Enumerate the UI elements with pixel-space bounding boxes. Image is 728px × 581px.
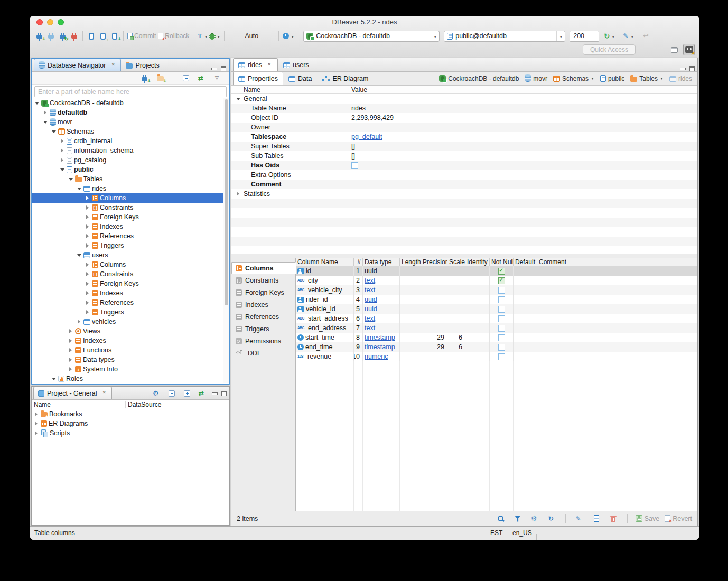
checkbox-icon[interactable] (498, 277, 505, 284)
tree-item-indexes[interactable]: Indexes (32, 222, 229, 231)
tree-item-vehicles[interactable]: vehicles (32, 317, 229, 326)
quick-access-field[interactable]: Quick Access (583, 44, 636, 55)
data-type-link[interactable]: uuid (365, 296, 377, 303)
tree-item-rides[interactable]: rides (32, 184, 229, 193)
tree-toggle-icon[interactable] (68, 357, 74, 363)
subtab-properties[interactable]: Properties (233, 72, 283, 85)
connection-selector-arrow[interactable] (431, 31, 439, 41)
tree-toggle-icon[interactable] (77, 186, 82, 192)
property-row-super-tables[interactable]: Super Tables[] (231, 142, 697, 151)
new-connection-button[interactable]: + (33, 30, 45, 42)
grid-header-default[interactable]: Default (514, 258, 537, 266)
tree-item-views[interactable]: Views (32, 326, 229, 336)
rollback-button[interactable]: Rollback (157, 30, 190, 42)
column-row-vehicle-city[interactable]: vehicle_city3text (296, 285, 697, 295)
property-row-tablespace[interactable]: Tablespacepg_default (231, 132, 697, 142)
project-link-with-editor-button[interactable] (197, 388, 208, 399)
collapse-all-button[interactable] (180, 72, 192, 84)
schema-selector-arrow[interactable] (556, 31, 565, 41)
tree-item-columns[interactable]: Columns (32, 193, 229, 203)
property-row-statistics[interactable]: Statistics (231, 189, 697, 199)
breadcrumb-item-rides[interactable]: rides (669, 75, 692, 82)
save-button[interactable]: Save (636, 515, 660, 522)
tree-toggle-icon[interactable] (43, 119, 49, 125)
property-row-extra-options[interactable]: Extra Options (231, 170, 697, 180)
tree-toggle-icon[interactable] (85, 224, 91, 230)
checkbox-icon[interactable] (351, 162, 358, 169)
tree-item-cockroachdb-defaultdb[interactable]: CockroachDB - defaultdb (32, 98, 229, 108)
data-type-link[interactable]: text (365, 324, 375, 332)
tab-projects[interactable]: Projects (121, 59, 164, 71)
column-row-id[interactable]: id1uuid (296, 266, 697, 276)
tree-toggle-icon[interactable] (85, 205, 91, 211)
data-type-link[interactable]: uuid (365, 305, 377, 313)
column-row-vehicle-id[interactable]: vehicle_id5uuid (296, 304, 697, 314)
back-button[interactable] (641, 30, 652, 42)
tree-item-schemas[interactable]: Schemas (32, 127, 229, 136)
tree-item-triggers[interactable]: Triggers (32, 241, 229, 250)
tree-toggle-icon[interactable] (85, 195, 91, 201)
grid-header-data-type[interactable]: Data type (363, 258, 400, 266)
tree-toggle-icon[interactable] (43, 110, 49, 116)
tree-item-data-types[interactable]: Data types (32, 355, 229, 364)
close-window-button[interactable] (36, 19, 43, 25)
tree-item-system-info[interactable]: System Info (32, 364, 229, 374)
object-tab-ddl[interactable]: DDL (231, 347, 295, 359)
maximize-view-icon[interactable] (689, 66, 695, 71)
property-row-has-oids[interactable]: Has Oids (231, 161, 697, 170)
tree-toggle-icon[interactable] (60, 167, 66, 173)
tree-toggle-icon[interactable] (85, 281, 91, 287)
tree-item-defaultdb[interactable]: defaultdb (32, 108, 229, 117)
tree-item-information-schema[interactable]: information_schema (32, 146, 229, 155)
tree-item-constraints[interactable]: Constraints (32, 203, 229, 212)
tree-toggle-icon[interactable] (236, 96, 241, 102)
timezone-indicator[interactable]: EST (486, 527, 507, 540)
tree-toggle-icon[interactable] (51, 376, 57, 382)
tree-toggle-icon[interactable] (85, 310, 91, 315)
navigator-new-folder-button[interactable]: + (154, 72, 166, 84)
object-tab-triggers[interactable]: Triggers (231, 323, 295, 335)
chevron-down-icon[interactable]: ▼ (591, 77, 594, 80)
tree-toggle-icon[interactable] (60, 138, 66, 144)
data-type-link[interactable]: text (365, 286, 375, 294)
checkbox-icon[interactable] (498, 296, 505, 303)
view-menu-button[interactable] (212, 72, 223, 84)
tree-toggle-icon[interactable] (34, 430, 40, 436)
grid-search-button[interactable] (495, 513, 507, 524)
close-icon[interactable] (267, 62, 273, 68)
maximize-view-icon[interactable] (221, 66, 226, 71)
data-type-link[interactable]: numeric (365, 353, 388, 360)
tree-toggle-icon[interactable] (236, 191, 241, 197)
minimize-view-icon[interactable] (211, 68, 217, 70)
minimize-view-icon[interactable] (212, 392, 218, 395)
checkbox-icon[interactable] (498, 306, 505, 313)
refresh-sync-button[interactable] (602, 30, 616, 42)
breadcrumb-item-public[interactable]: public (600, 75, 624, 82)
connection-selector[interactable]: CockroachDB - defaultdb (303, 31, 440, 42)
checkbox-icon[interactable] (498, 344, 505, 351)
data-type-link[interactable]: uuid (365, 267, 377, 275)
editor-tab-rides[interactable]: rides (233, 58, 278, 71)
splitter-sash[interactable] (231, 254, 697, 258)
tree-item-movr[interactable]: movr (32, 117, 229, 127)
checkbox-icon[interactable] (498, 353, 505, 360)
grid-delete-button[interactable] (608, 513, 619, 524)
tree-toggle-icon[interactable] (85, 214, 91, 220)
object-tab-indexes[interactable]: Indexes (231, 298, 295, 311)
tree-toggle-icon[interactable] (77, 319, 82, 325)
tree-toggle-icon[interactable] (77, 252, 82, 258)
column-row-end-address[interactable]: end_address7text (296, 323, 697, 333)
data-type-link[interactable]: text (365, 277, 375, 284)
tree-toggle-icon[interactable] (68, 176, 74, 182)
open-perspective-button[interactable]: ★ (668, 44, 680, 55)
schema-selector[interactable]: public@defaultdb (444, 31, 565, 42)
project-collapse-all-button[interactable] (166, 388, 178, 399)
tree-item-foreign-keys[interactable]: Foreign Keys (32, 212, 229, 222)
debug-button[interactable] (209, 30, 221, 42)
property-row-sub-tables[interactable]: Sub Tables[] (231, 151, 697, 161)
column-header-name[interactable]: Name (32, 401, 126, 408)
grid-header-scale[interactable]: Scale (447, 258, 465, 266)
disconnect-button[interactable] (68, 30, 80, 42)
tree-toggle-icon[interactable] (85, 262, 91, 268)
data-type-link[interactable]: text (365, 315, 375, 322)
